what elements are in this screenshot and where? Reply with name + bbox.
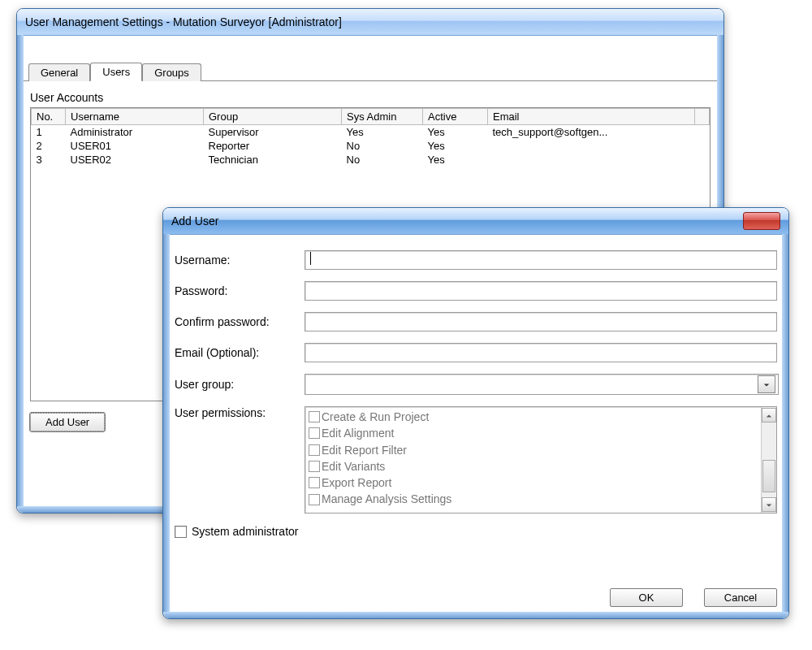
- permission-label: Create & Run Project: [322, 409, 429, 425]
- dropdown-button[interactable]: [758, 375, 775, 393]
- add-user-dialog: Add User Username: Password: Confirm pas…: [162, 207, 789, 619]
- permission-label: Manage Analysis Settings: [322, 491, 451, 507]
- cell-group: Technician: [204, 153, 342, 167]
- chevron-up-icon: [766, 410, 772, 422]
- accounts-label: User Accounts: [30, 91, 717, 104]
- permission-item[interactable]: Edit Variants: [309, 458, 758, 474]
- cell-username: Administrator: [66, 125, 204, 140]
- dialog-body: Username: Password: Confirm password: Em…: [175, 242, 777, 607]
- cell-username: USER01: [66, 139, 204, 153]
- col-active[interactable]: Active: [423, 109, 488, 125]
- col-sysadmin[interactable]: Sys Admin: [342, 109, 423, 125]
- cell-no: 1: [32, 125, 66, 140]
- confirm-label: Confirm password:: [175, 315, 304, 328]
- group-label: User group:: [175, 378, 304, 391]
- user-group-select[interactable]: [304, 374, 779, 395]
- system-administrator-label: System administrator: [192, 525, 298, 538]
- permissions-scrollbar[interactable]: [761, 407, 776, 513]
- permission-label: Edit Variants: [322, 458, 385, 474]
- username-input[interactable]: [304, 250, 777, 270]
- cell-username: USER02: [66, 153, 204, 167]
- cell-email: [488, 139, 695, 153]
- main-titlebar[interactable]: User Management Settings - Mutation Surv…: [17, 9, 723, 36]
- col-no[interactable]: No.: [32, 109, 66, 125]
- chevron-down-icon: [763, 379, 770, 391]
- permission-label: Export Report: [322, 474, 391, 491]
- col-spacer: [695, 109, 710, 125]
- cell-group: Supervisor: [204, 125, 342, 140]
- permissions-listbox[interactable]: Create & Run ProjectEdit AlignmentEdit R…: [304, 406, 777, 514]
- table-row[interactable]: 2USER01ReporterNoYes: [32, 139, 710, 153]
- tabstrip: General Users Groups: [24, 61, 717, 81]
- confirm-password-input[interactable]: [304, 312, 777, 332]
- dialog-title: Add User: [171, 214, 218, 228]
- password-input[interactable]: [304, 281, 777, 301]
- add-user-button[interactable]: Add User: [30, 413, 105, 431]
- permission-checkbox[interactable]: [309, 461, 320, 472]
- table-row[interactable]: 1AdministratorSupervisorYesYestech_suppo…: [32, 125, 710, 140]
- scroll-thumb[interactable]: [762, 460, 775, 492]
- cell-sysadmin: No: [342, 153, 423, 167]
- system-administrator-checkbox[interactable]: [175, 526, 187, 538]
- cell-active: Yes: [423, 125, 488, 140]
- close-button[interactable]: [743, 212, 780, 230]
- email-label: Email (Optional):: [175, 346, 304, 359]
- cell-email: tech_support@softgen...: [488, 125, 695, 140]
- cell-email: [488, 153, 695, 167]
- permission-item[interactable]: Edit Report Filter: [309, 442, 758, 458]
- password-label: Password:: [175, 284, 304, 297]
- cell-sysadmin: No: [342, 139, 423, 153]
- permission-item[interactable]: Export Report: [309, 474, 758, 491]
- cell-active: Yes: [423, 139, 488, 153]
- username-label: Username:: [175, 254, 304, 266]
- scroll-down-button[interactable]: [762, 497, 776, 512]
- dialog-titlebar[interactable]: Add User: [163, 208, 788, 235]
- cell-sysadmin: Yes: [342, 125, 423, 140]
- cell-active: Yes: [423, 153, 488, 167]
- permission-checkbox[interactable]: [309, 427, 320, 439]
- main-title: User Management Settings - Mutation Surv…: [25, 15, 342, 28]
- cell-group: Reporter: [204, 139, 342, 153]
- permission-item[interactable]: Create & Run Project: [309, 409, 758, 425]
- tab-general[interactable]: General: [28, 63, 90, 81]
- scroll-up-button[interactable]: [762, 408, 776, 422]
- ok-button[interactable]: OK: [610, 588, 683, 607]
- cell-no: 2: [32, 139, 66, 153]
- table-row[interactable]: 3USER02TechnicianNoYes: [32, 153, 710, 167]
- tab-users[interactable]: Users: [90, 63, 142, 81]
- col-group[interactable]: Group: [204, 109, 342, 125]
- accounts-table[interactable]: No. Username Group Sys Admin Active Emai…: [31, 108, 710, 167]
- email-input[interactable]: [304, 343, 777, 362]
- permission-item[interactable]: Manage Analysis Settings: [309, 491, 758, 507]
- permission-label: Edit Alignment: [322, 425, 395, 441]
- chevron-down-icon: [766, 499, 772, 511]
- permissions-label: User permissions:: [175, 406, 304, 419]
- permission-checkbox[interactable]: [309, 494, 320, 505]
- permission-checkbox[interactable]: [309, 444, 320, 456]
- permission-checkbox[interactable]: [309, 477, 320, 488]
- tab-groups[interactable]: Groups: [142, 63, 201, 81]
- col-email[interactable]: Email: [488, 109, 695, 125]
- permission-item[interactable]: Edit Alignment: [309, 425, 758, 441]
- permission-checkbox[interactable]: [309, 411, 320, 422]
- col-username[interactable]: Username: [66, 109, 204, 125]
- cancel-button[interactable]: Cancel: [704, 588, 777, 607]
- permission-label: Edit Report Filter: [322, 442, 407, 458]
- cell-no: 3: [32, 153, 66, 167]
